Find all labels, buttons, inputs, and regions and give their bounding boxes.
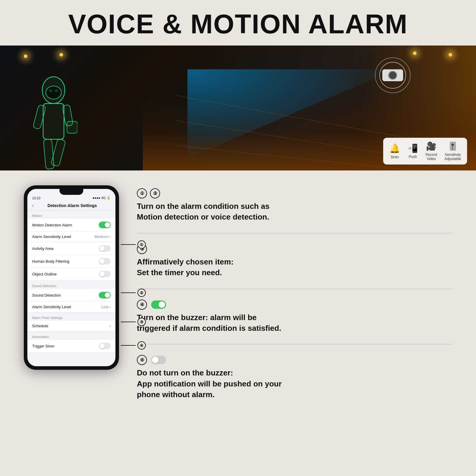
action-icons-box: 🔔 Siren 📲 Push 🎥 RecordVideo 🎚️ Sensitiv… xyxy=(383,138,467,165)
activity-area-label: Activity Area xyxy=(32,246,54,251)
section-header-association: Association xyxy=(27,331,115,340)
ceiling-light-2 xyxy=(60,53,63,57)
info-block-1-header: ① ② xyxy=(137,188,452,198)
divider-1 xyxy=(137,233,452,234)
settings-item-alarm-sensitivity-sound[interactable]: Alarm Sensitivity Level Low › xyxy=(27,302,115,312)
svg-line-1 xyxy=(176,120,414,158)
svg-line-0 xyxy=(176,145,414,170)
hero-section: 🔔 Siren 📲 Push 🎥 RecordVideo 🎚️ Sensitiv… xyxy=(0,46,476,170)
object-outline-label: Object Outline xyxy=(32,272,57,276)
section-header-sound: Sound Detection xyxy=(27,281,115,289)
record-action: 🎥 RecordVideo xyxy=(425,141,437,161)
trigger-siren-toggle[interactable] xyxy=(99,343,111,349)
svg-rect-12 xyxy=(51,139,66,167)
phone-wrapper: 13:10 ●●●● 4G 🔋 ‹ Detection Alarm Settin… xyxy=(24,185,119,370)
callout-1-line xyxy=(121,244,136,245)
phone-mockup: 13:10 ●●●● 4G 🔋 ‹ Detection Alarm Settin… xyxy=(24,185,119,370)
right-info-content: ① ② Turn on the alarm condition such asM… xyxy=(137,185,452,400)
phone-signal: ●●●● 4G 🔋 xyxy=(93,196,111,200)
toggle-off-example xyxy=(151,356,166,364)
svg-point-6 xyxy=(55,89,58,92)
camera-body xyxy=(382,69,403,81)
siren-icon: 🔔 xyxy=(389,143,400,154)
circle-num-4a: ④ xyxy=(137,300,147,310)
sensitivity-icon: 🎚️ xyxy=(447,141,458,151)
section-header-timer: Alarm Timer Settings xyxy=(27,312,115,321)
info-block-4-header: ④ xyxy=(137,355,452,365)
toggle-on-example xyxy=(151,300,166,309)
push-action: 📲 Push xyxy=(408,143,418,159)
record-label: RecordVideo xyxy=(425,153,437,161)
callout-2-circle: ② xyxy=(137,289,146,297)
alarm-sensitivity-motion-value: Medium › xyxy=(95,234,111,239)
activity-area-toggle[interactable] xyxy=(99,245,111,252)
settings-item-human-body-filtering: Human Body Filtering xyxy=(27,255,115,268)
circle-num-2: ② xyxy=(150,188,160,198)
callout-2-line xyxy=(121,292,136,293)
info-text-3: Turn on the buzzer: alarm will betrigger… xyxy=(137,312,452,334)
divider-3 xyxy=(137,344,452,345)
info-block-2-header: ③ xyxy=(137,244,452,254)
settings-item-sound-detection: Sound Detection xyxy=(27,289,115,302)
info-block-1: ① ② Turn on the alarm condition such asM… xyxy=(137,188,452,223)
phone-time: 13:10 xyxy=(32,196,40,200)
phone-nav-bar: ‹ Detection Alarm Settings xyxy=(27,201,115,210)
info-block-3: ④ Turn on the buzzer: alarm will betrigg… xyxy=(137,300,452,334)
callout-4-line xyxy=(121,345,136,346)
record-icon: 🎥 xyxy=(426,141,436,151)
circle-num-4b: ④ xyxy=(137,355,147,365)
phone-screen: 13:10 ●●●● 4G 🔋 ‹ Detection Alarm Settin… xyxy=(27,189,115,366)
callout-2: ② xyxy=(121,289,146,297)
settings-item-object-outline: Object Outline xyxy=(27,268,115,281)
alarm-sensitivity-sound-label: Alarm Sensitivity Level xyxy=(32,305,71,309)
callout-1: ① xyxy=(121,240,146,249)
svg-point-4 xyxy=(46,86,61,99)
main-title: VOICE & MOTION ALARM xyxy=(0,9,476,40)
settings-item-alarm-sensitivity-motion[interactable]: Alarm Sensitivity Level Medium › xyxy=(27,231,115,242)
object-outline-toggle[interactable] xyxy=(99,271,111,277)
svg-rect-7 xyxy=(43,104,64,139)
human-body-filtering-label: Human Body Filtering xyxy=(32,259,69,264)
trigger-siren-label: Trigger Siren xyxy=(32,344,54,348)
motion-detection-toggle[interactable] xyxy=(99,222,111,228)
info-text-2: Affirmatively chosen item:Set the timer … xyxy=(137,256,452,278)
circle-num-1: ① xyxy=(137,188,147,198)
siren-action: 🔔 Siren xyxy=(389,143,400,159)
info-block-2: ③ Affirmatively chosen item:Set the time… xyxy=(137,244,452,278)
ceiling-light-1 xyxy=(24,54,27,58)
callout-4-circle: ④ xyxy=(137,341,146,350)
callout-4: ④ xyxy=(121,341,146,350)
callout-3-line xyxy=(121,322,136,322)
phone-status-bar: 13:10 ●●●● 4G 🔋 xyxy=(27,195,115,201)
sound-detection-toggle[interactable] xyxy=(99,292,111,298)
callout-3-circle: ③ xyxy=(137,318,146,326)
callout-3: ③ xyxy=(121,318,146,326)
sensitivity-action: 🎚️ SensitivityAdjustable xyxy=(444,141,461,161)
section-header-motion: Motion xyxy=(27,210,115,219)
svg-point-5 xyxy=(49,89,52,92)
info-text-1: Turn on the alarm condition such asMotio… xyxy=(137,201,452,223)
alarm-sensitivity-sound-value: Low › xyxy=(101,305,111,309)
svg-rect-10 xyxy=(67,121,77,133)
push-label: Push xyxy=(409,155,417,159)
info-block-3-header: ④ xyxy=(137,300,452,310)
phone-notch xyxy=(60,189,83,195)
burglar-silhouette xyxy=(30,72,77,170)
alarm-sensitivity-motion-label: Alarm Sensitivity Level xyxy=(32,234,71,239)
settings-item-activity-area: Activity Area xyxy=(27,242,115,255)
info-text-4: Do not turn on the buzzer:App notificati… xyxy=(137,367,452,400)
sound-detection-label: Sound Detection xyxy=(32,293,61,298)
settings-item-schedule[interactable]: Schedule › xyxy=(27,321,115,331)
svg-line-2 xyxy=(176,95,414,139)
camera-unit xyxy=(381,63,405,87)
sensitivity-label: SensitivityAdjustable xyxy=(444,153,461,161)
settings-item-trigger-siren: Trigger Siren xyxy=(27,340,115,353)
phone-nav-title: Detection Alarm Settings xyxy=(34,203,111,208)
schedule-label: Schedule xyxy=(32,324,48,328)
human-body-filtering-toggle[interactable] xyxy=(99,258,111,264)
settings-item-motion-detection: Motion Detection Alarm xyxy=(27,219,115,231)
ceiling-light-4 xyxy=(449,53,452,57)
schedule-arrow: › xyxy=(109,324,111,328)
title-section: VOICE & MOTION ALARM xyxy=(0,0,476,46)
divider-2 xyxy=(137,289,452,289)
